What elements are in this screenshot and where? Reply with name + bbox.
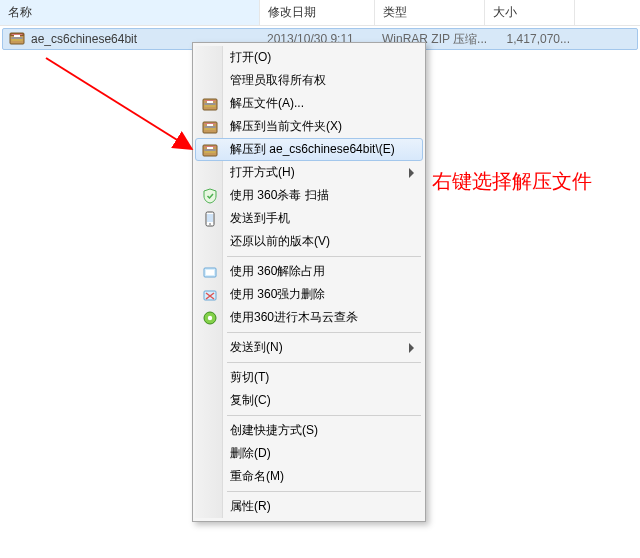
menu-extract-files[interactable]: 解压文件(A)... bbox=[195, 92, 423, 115]
svg-rect-19 bbox=[205, 149, 216, 150]
svg-rect-3 bbox=[12, 34, 23, 35]
menu-take-ownership[interactable]: 管理员取得所有权 bbox=[195, 69, 423, 92]
menu-copy-label: 复制(C) bbox=[230, 392, 271, 409]
menu-360-trojan-scan[interactable]: 使用360进行木马云查杀 bbox=[195, 306, 423, 329]
menu-send-to-phone[interactable]: 发送到手机 bbox=[195, 207, 423, 230]
tool-360-icon bbox=[202, 264, 218, 280]
svg-rect-18 bbox=[205, 146, 216, 147]
menu-rename[interactable]: 重命名(M) bbox=[195, 465, 423, 488]
tool-360-icon bbox=[202, 287, 218, 303]
svg-rect-4 bbox=[12, 37, 23, 38]
menu-open-label: 打开(O) bbox=[230, 49, 271, 66]
menu-properties-label: 属性(R) bbox=[230, 498, 271, 515]
svg-rect-12 bbox=[207, 124, 213, 126]
menu-extract-here[interactable]: 解压到当前文件夹(X) bbox=[195, 115, 423, 138]
svg-rect-22 bbox=[207, 214, 213, 222]
svg-rect-14 bbox=[205, 126, 216, 127]
menu-copy[interactable]: 复制(C) bbox=[195, 389, 423, 412]
menu-send-to[interactable]: 发送到(N) bbox=[195, 336, 423, 359]
menu-cut-label: 剪切(T) bbox=[230, 369, 269, 386]
menu-360-force-delete[interactable]: 使用 360强力删除 bbox=[195, 283, 423, 306]
menu-previous-versions[interactable]: 还原以前的版本(V) bbox=[195, 230, 423, 253]
shield-icon bbox=[202, 188, 218, 204]
svg-rect-8 bbox=[205, 100, 216, 101]
svg-rect-13 bbox=[205, 123, 216, 124]
svg-rect-9 bbox=[205, 103, 216, 104]
col-header-type[interactable]: 类型 bbox=[375, 0, 485, 25]
archive-icon bbox=[202, 142, 218, 158]
svg-rect-10 bbox=[205, 105, 216, 106]
menu-previous-versions-label: 还原以前的版本(V) bbox=[230, 233, 330, 250]
svg-rect-15 bbox=[205, 128, 216, 129]
menu-360-unlock[interactable]: 使用 360解除占用 bbox=[195, 260, 423, 283]
menu-extract-files-label: 解压文件(A)... bbox=[230, 95, 304, 112]
svg-rect-5 bbox=[12, 39, 23, 40]
menu-open[interactable]: 打开(O) bbox=[195, 46, 423, 69]
svg-rect-20 bbox=[205, 151, 216, 152]
menu-delete-label: 删除(D) bbox=[230, 445, 271, 462]
archive-icon bbox=[202, 119, 218, 135]
col-header-name[interactable]: 名称 bbox=[0, 0, 260, 25]
file-name-text: ae_cs6chinese64bit bbox=[31, 32, 137, 46]
menu-extract-here-label: 解压到当前文件夹(X) bbox=[230, 118, 342, 135]
menu-open-with-label: 打开方式(H) bbox=[230, 164, 295, 181]
menu-properties[interactable]: 属性(R) bbox=[195, 495, 423, 518]
column-header: 名称 修改日期 类型 大小 bbox=[0, 0, 640, 26]
menu-separator bbox=[227, 362, 421, 363]
menu-360-force-delete-label: 使用 360强力删除 bbox=[230, 286, 325, 303]
svg-rect-7 bbox=[207, 101, 213, 103]
annotation-text: 右键选择解压文件 bbox=[432, 168, 592, 195]
menu-cut[interactable]: 剪切(T) bbox=[195, 366, 423, 389]
svg-point-28 bbox=[208, 315, 212, 319]
menu-extract-to-folder-label: 解压到 ae_cs6chinese64bit\(E) bbox=[230, 141, 395, 158]
menu-delete[interactable]: 删除(D) bbox=[195, 442, 423, 465]
menu-open-with[interactable]: 打开方式(H) bbox=[195, 161, 423, 184]
svg-rect-2 bbox=[14, 35, 20, 37]
menu-take-ownership-label: 管理员取得所有权 bbox=[230, 72, 326, 89]
menu-create-shortcut[interactable]: 创建快捷方式(S) bbox=[195, 419, 423, 442]
phone-icon bbox=[202, 211, 218, 227]
cloud-scan-icon bbox=[202, 310, 218, 326]
svg-rect-25 bbox=[206, 270, 214, 275]
svg-point-23 bbox=[209, 223, 211, 225]
menu-separator bbox=[227, 415, 421, 416]
menu-create-shortcut-label: 创建快捷方式(S) bbox=[230, 422, 318, 439]
menu-rename-label: 重命名(M) bbox=[230, 468, 284, 485]
menu-extract-to-folder[interactable]: 解压到 ae_cs6chinese64bit\(E) bbox=[195, 138, 423, 161]
svg-rect-17 bbox=[207, 147, 213, 149]
col-header-date[interactable]: 修改日期 bbox=[260, 0, 375, 25]
svg-line-29 bbox=[46, 58, 190, 148]
archive-icon bbox=[9, 30, 25, 49]
menu-360-trojan-scan-label: 使用360进行木马云查杀 bbox=[230, 309, 358, 326]
menu-separator bbox=[227, 256, 421, 257]
col-header-size[interactable]: 大小 bbox=[485, 0, 575, 25]
menu-separator bbox=[227, 491, 421, 492]
menu-360-scan-label: 使用 360杀毒 扫描 bbox=[230, 187, 329, 204]
menu-send-to-phone-label: 发送到手机 bbox=[230, 210, 290, 227]
menu-360-scan[interactable]: 使用 360杀毒 扫描 bbox=[195, 184, 423, 207]
menu-send-to-label: 发送到(N) bbox=[230, 339, 283, 356]
context-menu: 打开(O) 管理员取得所有权 解压文件(A)... 解压到当前文件夹(X) 解压… bbox=[192, 42, 426, 522]
menu-360-unlock-label: 使用 360解除占用 bbox=[230, 263, 325, 280]
menu-separator bbox=[227, 332, 421, 333]
file-size-cell: 1,417,070... bbox=[486, 32, 576, 46]
archive-icon bbox=[202, 96, 218, 112]
